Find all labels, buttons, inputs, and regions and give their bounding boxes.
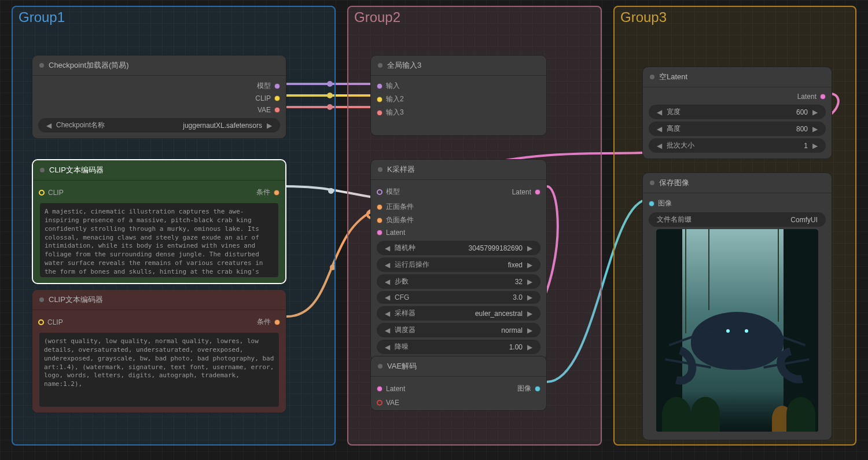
- image-input-port[interactable]: [649, 201, 654, 207]
- group3-title[interactable]: Group3: [615, 7, 855, 28]
- node-header[interactable]: 保存图像: [643, 173, 832, 193]
- input1-port[interactable]: [377, 83, 382, 89]
- collapse-dot-icon[interactable]: [650, 181, 654, 185]
- widget-label: 调度器: [392, 325, 415, 335]
- clip-output-port[interactable]: [274, 95, 280, 101]
- widget-value: normal: [501, 326, 525, 334]
- node-header[interactable]: 全局输入3: [371, 56, 546, 76]
- next-arrow-icon[interactable]: ▶: [525, 326, 535, 334]
- vae-input-port[interactable]: [377, 400, 382, 406]
- ksampler-widget[interactable]: ◀调度器normal▶: [377, 323, 540, 337]
- clip-input-port[interactable]: [39, 190, 45, 196]
- output-image-preview[interactable]: [656, 229, 818, 432]
- next-arrow-icon[interactable]: ▶: [810, 125, 820, 133]
- global-input-node[interactable]: 全局输入3 输入 输入2 输入3: [370, 55, 547, 136]
- widget-value: 3.0: [513, 293, 525, 301]
- prev-arrow-icon[interactable]: ◀: [654, 108, 664, 116]
- next-arrow-icon[interactable]: ▶: [525, 261, 535, 269]
- collapse-dot-icon[interactable]: [378, 364, 382, 369]
- latent-input-port[interactable]: [377, 230, 382, 235]
- input-label: 正面条件: [386, 202, 414, 212]
- ksampler-widget[interactable]: ◀运行后操作fixed▶: [377, 257, 540, 272]
- clip-input-port[interactable]: [38, 319, 44, 325]
- node-header[interactable]: K采样器: [371, 160, 546, 180]
- input3-port[interactable]: [377, 110, 382, 116]
- prev-arrow-icon[interactable]: ◀: [382, 278, 392, 286]
- next-arrow-icon[interactable]: ▶: [525, 244, 535, 252]
- checkpoint-name-widget[interactable]: ◀ Checkpoint名称 juggernautXL.safetensors …: [38, 118, 280, 133]
- prev-arrow-icon[interactable]: ◀: [44, 122, 54, 130]
- ksampler-widget[interactable]: ◀CFG3.0▶: [377, 291, 540, 304]
- prev-arrow-icon[interactable]: ◀: [654, 125, 664, 133]
- checkpoint-loader-node[interactable]: Checkpoint加载器(简易) 模型 CLIP VAE ◀ Checkpoi…: [32, 55, 286, 139]
- conditioning-output-port[interactable]: [274, 319, 280, 325]
- node-header[interactable]: CLIP文本编码器: [32, 290, 286, 310]
- prev-arrow-icon[interactable]: ◀: [382, 343, 392, 351]
- next-arrow-icon[interactable]: ▶: [525, 293, 535, 301]
- input-label: CLIP: [48, 189, 64, 197]
- next-arrow-icon[interactable]: ▶: [525, 310, 535, 318]
- latent-widget[interactable]: ◀高度800▶: [649, 122, 826, 136]
- input-label: 图像: [658, 198, 672, 208]
- next-arrow-icon[interactable]: ▶: [810, 108, 820, 116]
- widget-label: 运行后操作: [392, 260, 429, 270]
- ksampler-widget[interactable]: ◀采样器euler_ancestral▶: [377, 306, 540, 321]
- next-arrow-icon[interactable]: ▶: [810, 142, 820, 150]
- negative-prompt-textarea[interactable]: (worst quality, low quality, normal qual…: [39, 333, 279, 407]
- negative-input-port[interactable]: [377, 218, 382, 223]
- prompt-textarea[interactable]: A majestic, cinematic illustration captu…: [40, 203, 278, 277]
- widget-value: 30457999182690: [469, 244, 525, 252]
- output-label: Latent: [797, 93, 816, 101]
- ksampler-widget[interactable]: ◀随机种30457999182690▶: [377, 241, 540, 255]
- node-header[interactable]: 空Latent: [643, 67, 832, 87]
- collapse-dot-icon[interactable]: [378, 63, 382, 68]
- clip-text-encode-positive-node[interactable]: CLIP文本编码器 CLIP 条件 A majestic, cinematic …: [32, 159, 286, 284]
- next-arrow-icon[interactable]: ▶: [264, 122, 274, 130]
- empty-latent-node[interactable]: 空Latent Latent ◀宽度600▶◀高度800▶◀批次大小1▶: [642, 67, 832, 159]
- collapse-dot-icon[interactable]: [40, 168, 45, 172]
- prev-arrow-icon[interactable]: ◀: [382, 326, 392, 334]
- node-header[interactable]: VAE解码: [371, 356, 546, 377]
- collapse-dot-icon[interactable]: [39, 63, 44, 68]
- clip-text-encode-negative-node[interactable]: CLIP文本编码器 CLIP 条件 (worst quality, low qu…: [32, 289, 286, 413]
- widget-value: 1: [804, 142, 810, 150]
- latent-output-port[interactable]: [820, 94, 826, 100]
- ksampler-widget[interactable]: ◀降噪1.00▶: [377, 340, 540, 354]
- save-image-node[interactable]: 保存图像 图像 文件名前缀 ComfyUI: [642, 172, 832, 440]
- image-output-port[interactable]: [535, 386, 540, 392]
- latent-widget[interactable]: ◀宽度600▶: [649, 105, 826, 119]
- ksampler-widget[interactable]: ◀步数32▶: [377, 274, 540, 289]
- prev-arrow-icon[interactable]: ◀: [382, 261, 392, 269]
- collapse-dot-icon[interactable]: [378, 167, 382, 172]
- ksampler-node[interactable]: K采样器 模型 Latent 正面条件 负面条件 Latent ◀随机种3045…: [370, 159, 547, 360]
- collapse-dot-icon[interactable]: [39, 297, 44, 302]
- input2-port[interactable]: [377, 97, 382, 102]
- collapse-dot-icon[interactable]: [650, 75, 654, 79]
- next-arrow-icon[interactable]: ▶: [525, 343, 535, 351]
- group1-title[interactable]: Group1: [13, 7, 334, 28]
- vae-output-port[interactable]: [274, 107, 280, 113]
- input-label: 负面条件: [386, 215, 414, 225]
- group2-title[interactable]: Group2: [348, 7, 601, 28]
- model-output-port[interactable]: [274, 83, 280, 89]
- widget-label: CFG: [392, 293, 409, 301]
- model-input-port[interactable]: [377, 189, 382, 195]
- latent-input-port[interactable]: [377, 386, 382, 392]
- prev-arrow-icon[interactable]: ◀: [382, 293, 392, 301]
- positive-input-port[interactable]: [377, 204, 382, 210]
- node-title: K采样器: [387, 164, 415, 175]
- vae-decode-node[interactable]: VAE解码 Latent 图像 VAE: [370, 356, 547, 411]
- node-header[interactable]: Checkpoint加载器(简易): [32, 56, 286, 76]
- widget-value: 600: [796, 108, 810, 116]
- latent-widget[interactable]: ◀批次大小1▶: [649, 138, 826, 153]
- prev-arrow-icon[interactable]: ◀: [382, 244, 392, 252]
- conditioning-output-port[interactable]: [274, 190, 279, 196]
- next-arrow-icon[interactable]: ▶: [525, 278, 535, 286]
- widget-label: 批次大小: [664, 141, 694, 150]
- prev-arrow-icon[interactable]: ◀: [382, 310, 392, 318]
- node-header[interactable]: CLIP文本编码器: [33, 160, 285, 181]
- latent-output-port[interactable]: [535, 189, 540, 195]
- prev-arrow-icon[interactable]: ◀: [654, 142, 664, 150]
- widget-value: juggernautXL.safetensors: [183, 122, 264, 130]
- filename-prefix-widget[interactable]: 文件名前缀 ComfyUI: [649, 212, 826, 227]
